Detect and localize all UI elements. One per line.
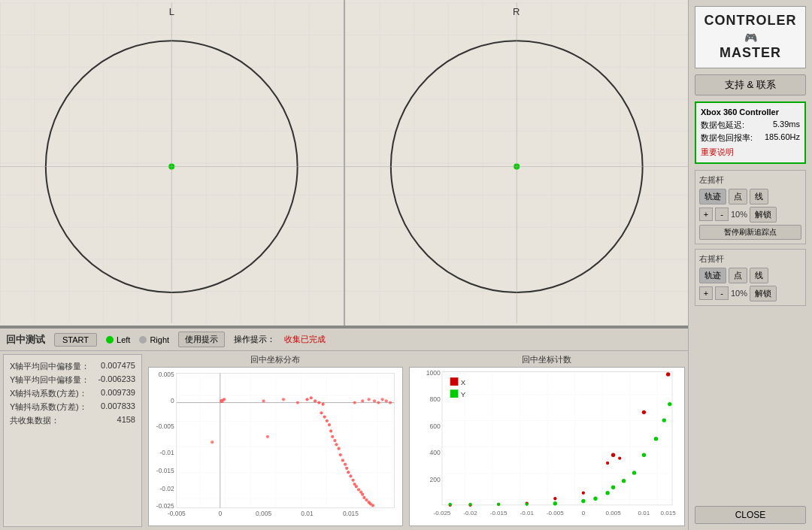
left-joystick-label: L [169, 6, 174, 17]
left-indicator-label: Left [117, 335, 130, 344]
svg-text:-0.02: -0.02 [160, 485, 174, 492]
svg-point-29 [310, 396, 313, 399]
svg-text:0.005: 0.005 [159, 371, 174, 378]
svg-point-48 [352, 479, 355, 482]
svg-point-109 [632, 471, 636, 474]
right-dot-gray [139, 336, 147, 344]
right-line-button[interactable]: 线 [750, 268, 768, 283]
left-minus-button[interactable]: - [715, 207, 729, 221]
svg-point-106 [605, 491, 609, 495]
right-joystick-svg [345, 0, 689, 326]
chart1-area: 0.005 0 -0.005 -0.01 -0.015 -0.02 -0.025… [148, 367, 403, 526]
svg-point-105 [593, 497, 597, 501]
svg-text:-0.025: -0.025 [433, 510, 450, 516]
stats-panel: X轴平均回中偏移量： 0.007475 Y轴平均回中偏移量： -0.006233… [3, 354, 142, 527]
support-button[interactable]: 支持 & 联系 [695, 74, 806, 95]
stat-data-count: 共收集数据： 4158 [10, 415, 135, 426]
svg-point-32 [321, 403, 324, 406]
right-indicator: Right [139, 335, 169, 344]
svg-point-59 [266, 435, 269, 438]
left-dot-button[interactable]: 点 [729, 189, 747, 204]
svg-point-65 [361, 399, 364, 402]
svg-point-51 [357, 488, 360, 491]
svg-point-42 [339, 453, 342, 456]
svg-rect-74 [450, 377, 459, 386]
svg-point-47 [349, 474, 352, 477]
svg-point-38 [331, 435, 334, 438]
svg-point-98 [553, 497, 556, 500]
svg-point-40 [335, 443, 338, 446]
right-joystick-label: R [513, 6, 520, 17]
left-stick-controls: + - 10% 解锁 [699, 207, 801, 223]
right-dot-button[interactable]: 点 [729, 268, 747, 283]
svg-point-70 [385, 399, 388, 402]
svg-point-33 [320, 411, 323, 414]
svg-point-53 [361, 493, 364, 496]
svg-point-54 [362, 496, 365, 499]
svg-text:-0.025: -0.025 [156, 502, 174, 510]
svg-point-96 [618, 456, 621, 459]
svg-text:600: 600 [429, 422, 441, 430]
svg-point-36 [328, 423, 331, 426]
svg-point-41 [338, 447, 341, 450]
right-minus-button[interactable]: - [715, 286, 729, 300]
left-dot-green [106, 336, 114, 344]
svg-point-55 [365, 498, 368, 501]
logo-area: CONTROLER 🎮 MASTER [695, 6, 806, 68]
app-title: CONTROLER 🎮 MASTER [701, 13, 799, 62]
svg-point-66 [368, 398, 371, 401]
svg-text:-0.005: -0.005 [156, 422, 174, 430]
right-unlock-button[interactable]: 解锁 [750, 286, 777, 301]
svg-text:0.015: 0.015 [343, 510, 359, 517]
svg-text:1000: 1000 [426, 369, 441, 377]
x-jitter-value: 0.009739 [101, 388, 135, 399]
data-delay-label: 数据包延迟: [701, 120, 744, 131]
left-pause-button[interactable]: 暂停刷新追踪点 [699, 225, 801, 240]
svg-point-92 [666, 372, 670, 376]
right-pct-label: 10% [731, 289, 747, 298]
right-plus-button[interactable]: + [699, 286, 713, 300]
left-joystick-svg [0, 0, 344, 326]
bottom-content: X轴平均回中偏移量： 0.007475 Y轴平均回中偏移量： -0.006233… [0, 351, 688, 530]
main-layout: L [0, 0, 812, 530]
svg-point-71 [389, 401, 392, 404]
y-jitter-label: Y轴抖动系数(方差)： [10, 401, 87, 413]
left-joystick-panel: L [0, 0, 344, 326]
svg-text:-0.01: -0.01 [160, 449, 174, 456]
right-indicator-label: Right [150, 335, 169, 344]
data-delay-row: 数据包延迟: 5.39ms [701, 120, 800, 131]
svg-point-50 [355, 485, 358, 488]
close-button[interactable]: CLOSE [695, 506, 806, 524]
important-note: 重要说明 [701, 147, 800, 158]
left-unlock-button[interactable]: 解锁 [750, 207, 777, 223]
hint-button[interactable]: 使用提示 [178, 332, 225, 347]
y-avg-label: Y轴平均回中偏移量： [10, 374, 89, 386]
right-stick-buttons: 轨迹 点 线 [699, 268, 801, 283]
stat-x-jitter: X轴抖动系数(方差)： 0.009739 [10, 388, 135, 399]
svg-text:0.005: 0.005 [256, 510, 271, 517]
svg-text:0: 0 [218, 510, 222, 517]
left-indicator: Left [106, 335, 130, 344]
svg-point-43 [341, 459, 344, 462]
svg-point-97 [582, 492, 585, 495]
y-avg-value: -0.006233 [98, 374, 135, 386]
chart2-container: 回中坐标计数 X [409, 354, 685, 527]
left-plus-button[interactable]: + [699, 207, 713, 221]
svg-text:0.01: 0.01 [638, 510, 650, 516]
controller-icon: 🎮 [744, 32, 758, 44]
left-line-button[interactable]: 线 [750, 189, 768, 204]
svg-point-67 [373, 399, 376, 402]
svg-point-31 [317, 401, 320, 404]
right-stick-controls: + - 10% 解锁 [699, 286, 801, 301]
right-trace-button[interactable]: 轨迹 [699, 268, 726, 283]
start-button[interactable]: START [54, 333, 97, 347]
svg-point-34 [323, 415, 326, 418]
left-trace-button[interactable]: 轨迹 [699, 189, 726, 204]
left-stick-buttons: 轨迹 点 线 [699, 189, 801, 204]
svg-text:-0.005: -0.005 [547, 510, 564, 516]
bottom-title: 回中测试 [6, 333, 45, 347]
svg-point-45 [345, 467, 348, 470]
svg-rect-11 [177, 374, 395, 508]
x-avg-label: X轴平均回中偏移量： [10, 361, 89, 372]
svg-point-35 [326, 419, 329, 422]
